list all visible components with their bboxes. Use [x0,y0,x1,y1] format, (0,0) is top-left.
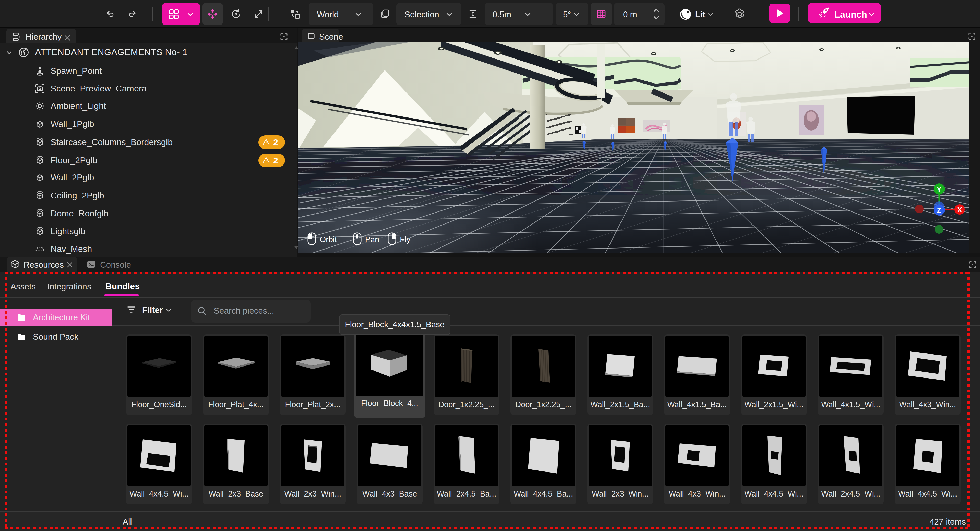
svg-text:Orbit: Orbit [320,235,337,244]
svg-text:Pan: Pan [365,235,379,244]
svg-text:Y: Y [937,185,942,193]
svg-text:Fly: Fly [400,235,410,244]
svg-text:X: X [957,206,962,214]
svg-text:Z: Z [937,206,941,214]
